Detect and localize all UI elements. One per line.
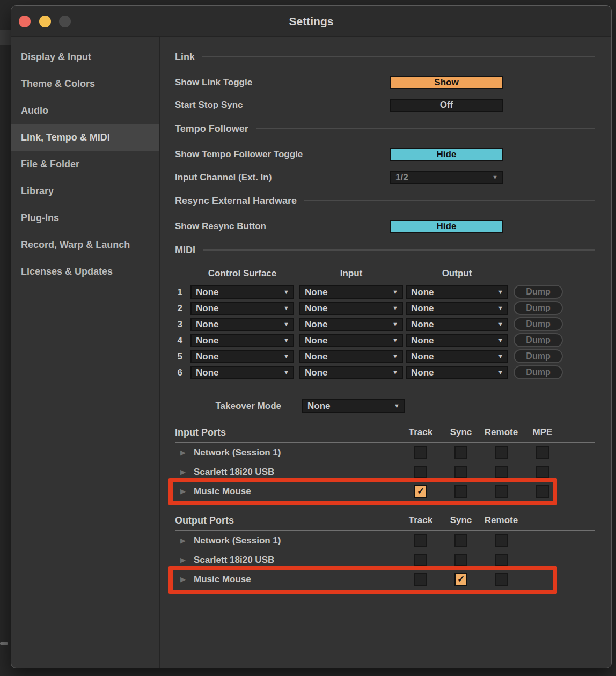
control-surface-dropdown-3[interactable]: None▼: [190, 318, 294, 331]
expand-triangle-icon[interactable]: ▶: [180, 462, 186, 482]
track-checkbox[interactable]: [414, 534, 427, 547]
expand-triangle-icon[interactable]: ▶: [180, 443, 186, 462]
sidebar-item-file-folder[interactable]: File & Folder: [11, 151, 159, 178]
dump-button-3[interactable]: Dump: [514, 317, 563, 331]
port-name: Music Mouse: [194, 570, 251, 589]
midi-input-dropdown-4[interactable]: None▼: [299, 334, 403, 347]
chevron-down-icon: ▼: [497, 286, 503, 298]
background-window-fragment: [0, 642, 8, 645]
chevron-down-icon: ▼: [492, 172, 498, 183]
remote-checkbox[interactable]: [495, 534, 508, 547]
dropdown-value: None: [196, 335, 219, 346]
show-resync-button[interactable]: Hide: [390, 220, 503, 233]
sidebar-item-theme-colors[interactable]: Theme & Colors: [11, 70, 159, 97]
remote-checkbox[interactable]: [495, 554, 508, 567]
settings-sidebar: Display & Input Theme & Colors Audio Lin…: [11, 37, 160, 668]
sync-checkbox[interactable]: [454, 466, 467, 479]
sync-checkbox[interactable]: [454, 485, 467, 498]
remote-checkbox[interactable]: [495, 446, 508, 459]
track-checkbox[interactable]: [414, 554, 427, 567]
sidebar-item-record-warp-launch[interactable]: Record, Warp & Launch: [11, 231, 159, 258]
section-title: Tempo Follower: [175, 123, 248, 135]
midi-input-dropdown-2[interactable]: None▼: [299, 302, 403, 315]
midi-output-dropdown-5[interactable]: None▼: [406, 350, 508, 363]
control-surface-dropdown-4[interactable]: None▼: [190, 334, 294, 347]
input-port-row-scarlett: ▶ Scarlett 18i20 USB: [160, 462, 611, 482]
dropdown-value: None: [411, 303, 434, 313]
chevron-down-icon: ▼: [283, 335, 289, 346]
dump-button-4[interactable]: Dump: [514, 333, 563, 347]
dropdown-value: None: [411, 335, 434, 346]
midi-output-dropdown-6[interactable]: None▼: [406, 366, 508, 379]
midi-output-dropdown-4[interactable]: None▼: [406, 334, 508, 347]
track-checkbox[interactable]: [414, 466, 427, 479]
show-link-toggle-button[interactable]: Show: [390, 76, 503, 89]
sidebar-item-licenses-updates[interactable]: Licenses & Updates: [11, 258, 159, 285]
control-surface-dropdown-2[interactable]: None▼: [190, 302, 294, 315]
sync-checkbox[interactable]: [454, 554, 467, 567]
dropdown-value: None: [307, 401, 331, 411]
dropdown-value: None: [305, 287, 328, 297]
sidebar-item-display-input[interactable]: Display & Input: [11, 43, 159, 70]
control-surface-dropdown-6[interactable]: None▼: [190, 366, 294, 379]
port-name: Music Mouse: [194, 482, 251, 501]
expand-triangle-icon[interactable]: ▶: [180, 482, 186, 501]
sidebar-item-plug-ins[interactable]: Plug-Ins: [11, 204, 159, 231]
dump-button-5[interactable]: Dump: [514, 349, 563, 363]
track-checkbox[interactable]: [414, 485, 427, 498]
sidebar-item-audio[interactable]: Audio: [11, 97, 159, 124]
input-channel-dropdown[interactable]: 1/2 ▼: [390, 171, 503, 184]
mpe-checkbox[interactable]: [536, 466, 549, 479]
chevron-down-icon: ▼: [283, 286, 289, 298]
midi-input-dropdown-3[interactable]: None▼: [299, 318, 403, 331]
sync-checkbox[interactable]: [454, 534, 467, 547]
midi-input-dropdown-5[interactable]: None▼: [299, 350, 403, 363]
sync-checkbox[interactable]: [454, 573, 467, 586]
midi-row-number: 5: [170, 350, 182, 363]
expand-triangle-icon[interactable]: ▶: [180, 570, 186, 589]
midi-output-dropdown-2[interactable]: None▼: [406, 302, 508, 315]
chevron-down-icon: ▼: [497, 335, 503, 346]
control-surface-dropdown-5[interactable]: None▼: [190, 350, 294, 363]
dump-button-1[interactable]: Dump: [514, 285, 563, 299]
dump-button-6[interactable]: Dump: [514, 365, 563, 379]
control-surface-dropdown-1[interactable]: None▼: [190, 285, 294, 299]
midi-row-number: 3: [170, 318, 182, 331]
dropdown-value: None: [411, 351, 434, 362]
track-checkbox[interactable]: [414, 573, 427, 586]
remote-checkbox[interactable]: [495, 573, 508, 586]
midi-output-dropdown-1[interactable]: None▼: [406, 285, 508, 299]
remote-checkbox[interactable]: [495, 466, 508, 479]
dump-button-2[interactable]: Dump: [514, 301, 563, 315]
dropdown-value: None: [411, 319, 434, 329]
midi-output-dropdown-3[interactable]: None▼: [406, 318, 508, 331]
show-tempo-follower-button[interactable]: Hide: [390, 148, 503, 161]
column-header-remote: Remote: [480, 515, 523, 526]
expand-triangle-icon[interactable]: ▶: [180, 550, 186, 570]
track-checkbox[interactable]: [414, 446, 427, 459]
chevron-down-icon: ▼: [392, 303, 398, 314]
midi-input-dropdown-1[interactable]: None▼: [299, 285, 403, 299]
midi-row-number: 1: [170, 285, 182, 299]
settings-content: Link Show Link Toggle Show Start Stop Sy…: [160, 37, 611, 668]
midi-input-dropdown-6[interactable]: None▼: [299, 366, 403, 379]
background-window-fragment: [0, 30, 11, 45]
takeover-mode-dropdown[interactable]: None ▼: [302, 399, 405, 413]
show-tempo-follower-label: Show Tempo Follower Toggle: [175, 148, 303, 161]
mpe-checkbox[interactable]: [536, 446, 549, 459]
divider: [175, 530, 595, 531]
port-name: Network (Session 1): [194, 531, 281, 550]
sidebar-item-library[interactable]: Library: [11, 178, 159, 204]
show-resync-label: Show Resync Button: [175, 220, 266, 233]
mpe-checkbox[interactable]: [536, 485, 549, 498]
sidebar-item-link-tempo-midi[interactable]: Link, Tempo & MIDI: [11, 124, 159, 151]
output-port-row-network: ▶ Network (Session 1): [160, 531, 611, 550]
remote-checkbox[interactable]: [495, 485, 508, 498]
chevron-down-icon: ▼: [392, 367, 398, 378]
dropdown-value: None: [196, 303, 219, 313]
sync-checkbox[interactable]: [454, 446, 467, 459]
expand-triangle-icon[interactable]: ▶: [180, 531, 186, 550]
dropdown-value: None: [196, 319, 219, 329]
section-header-link: Link: [175, 50, 595, 64]
start-stop-sync-button[interactable]: Off: [390, 99, 503, 112]
